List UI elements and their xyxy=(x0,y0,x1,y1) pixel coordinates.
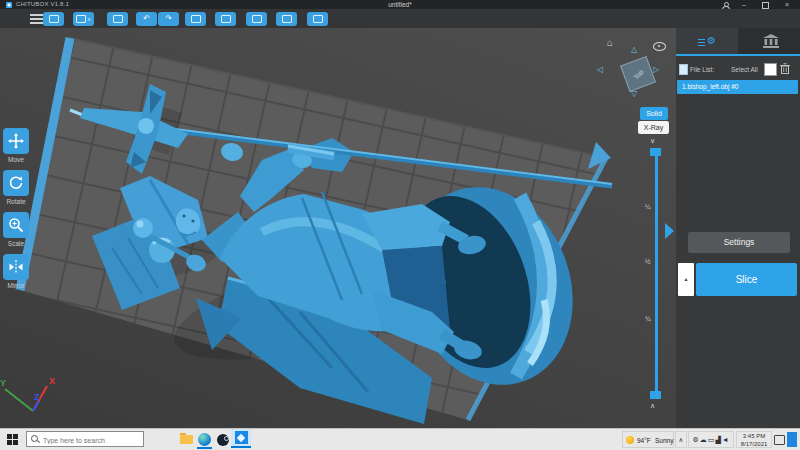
clock-time: 3:45 PM xyxy=(737,433,771,441)
show-desktop-tile[interactable] xyxy=(787,432,797,447)
eye-visibility-icon[interactable] xyxy=(653,42,666,51)
search-input[interactable] xyxy=(41,432,145,448)
resin-button[interactable] xyxy=(246,12,267,26)
slider-chevron-down-icon[interactable]: ∨ xyxy=(650,137,655,145)
view-right-arrow[interactable]: ▷ xyxy=(653,66,659,74)
render-mode-solid-button[interactable]: Solid xyxy=(640,107,668,120)
tray-hidden-icons-button[interactable]: ∧ xyxy=(675,431,687,448)
axes-gizmo: X Y Z xyxy=(0,370,70,426)
scale-tool-button[interactable] xyxy=(3,212,29,238)
select-all-checkbox[interactable] xyxy=(764,63,777,76)
layer-slider-bottom-handle[interactable] xyxy=(650,391,661,399)
file-list-header: File List: Select All xyxy=(676,64,800,78)
open-file-button[interactable] xyxy=(43,12,64,26)
axis-y-label: Y xyxy=(0,378,6,388)
taskbar-search[interactable] xyxy=(26,431,144,447)
rotate-tool-button[interactable] xyxy=(3,170,29,196)
scene-canvas[interactable] xyxy=(0,28,676,428)
support-icon xyxy=(221,15,231,23)
select-all-label: Select All xyxy=(731,66,758,73)
render-mode-xray-button[interactable]: X-Ray xyxy=(638,121,669,134)
lock-icon xyxy=(313,15,323,23)
redo-button[interactable]: ↷ xyxy=(158,12,179,26)
slider-mark-quarter: ¼ xyxy=(645,203,650,210)
save-chevron-icon: ∨ xyxy=(87,16,91,22)
edge-browser-icon[interactable] xyxy=(197,432,212,449)
move-tool-label: Move xyxy=(0,156,32,163)
scale-tool-label: Scale xyxy=(0,240,32,247)
steam-icon[interactable] xyxy=(215,432,230,447)
chitubox-taskbar-icon[interactable] xyxy=(231,429,251,448)
weather-widget[interactable]: 94°F Sunny xyxy=(622,431,674,448)
panel-tab-strip: ⚙ xyxy=(676,28,800,55)
sun-icon xyxy=(626,436,634,444)
title-bar: CHITUBOX V1.8.1 untitled* – × xyxy=(0,0,800,9)
auto-layout-button[interactable] xyxy=(107,12,128,26)
tab-print-settings[interactable]: ⚙ xyxy=(676,28,738,54)
windows-taskbar: 94°F Sunny ∧ ⚙☁▭▟◄ 3:45 PM 8/17/2021 xyxy=(0,428,800,450)
tab-support-settings[interactable] xyxy=(742,28,800,54)
save-button[interactable]: ∨ xyxy=(73,12,94,26)
list-icon xyxy=(698,37,705,45)
resin-icon xyxy=(252,15,262,23)
support-button[interactable] xyxy=(215,12,236,26)
main-toolbar: ∨ ↶ ↷ xyxy=(0,9,800,28)
lock-button[interactable] xyxy=(307,12,328,26)
scale-icon xyxy=(8,217,24,233)
mirror-icon xyxy=(8,259,24,275)
search-icon xyxy=(31,435,38,442)
slice-spinner[interactable]: ▴ xyxy=(678,263,694,296)
clock-date: 8/17/2021 xyxy=(737,441,771,449)
rotate-icon xyxy=(8,175,24,191)
panel-collapse-handle[interactable] xyxy=(665,223,674,239)
close-button[interactable]: × xyxy=(785,0,789,9)
user-account-icon[interactable] xyxy=(722,2,729,9)
mirror-tool-label: Mirror xyxy=(0,282,32,289)
redo-icon: ↷ xyxy=(165,12,172,26)
weather-temp: 94°F xyxy=(637,437,651,444)
weather-condition: Sunny xyxy=(655,437,673,444)
document-title: untitled* xyxy=(0,1,800,8)
taskbar-clock[interactable]: 3:45 PM 8/17/2021 xyxy=(736,431,772,448)
restore-button[interactable] xyxy=(762,2,769,9)
save-icon xyxy=(76,15,86,23)
view-left-arrow[interactable]: ◁ xyxy=(597,66,603,74)
move-icon xyxy=(8,133,24,149)
undo-button[interactable]: ↶ xyxy=(136,12,157,26)
move-tool-button[interactable] xyxy=(3,128,29,154)
tray-icons[interactable]: ⚙☁▭▟◄ xyxy=(688,431,734,448)
view-up-arrow[interactable]: △ xyxy=(631,46,637,54)
slice-button[interactable]: Slice xyxy=(696,263,797,296)
action-center-icon[interactable] xyxy=(774,435,785,445)
file-list-item[interactable]: 1.bishop_left.obj #0 xyxy=(677,80,798,94)
view-down-arrow[interactable]: ▽ xyxy=(631,90,637,98)
copy-icon xyxy=(191,15,201,23)
slider-chevron-up-icon[interactable]: ∧ xyxy=(650,402,655,410)
slider-mark-half: ½ xyxy=(645,258,650,265)
copy-button[interactable] xyxy=(185,12,206,26)
slider-mark-threequarter: ¾ xyxy=(645,315,650,322)
mirror-tool-button[interactable] xyxy=(3,254,29,280)
delete-trash-icon[interactable] xyxy=(780,63,790,74)
file-list-label: File List: xyxy=(690,66,714,73)
start-menu-button[interactable] xyxy=(7,434,18,445)
layer-slider-track[interactable] xyxy=(655,151,658,395)
file-doc-icon xyxy=(679,64,688,75)
gear-icon: ⚙ xyxy=(707,36,716,46)
open-icon xyxy=(49,15,59,23)
right-panel: ⚙ File List: Select All 1.bishop_left.ob… xyxy=(676,28,800,428)
settings-button[interactable]: Settings xyxy=(688,232,790,253)
pillar-icon xyxy=(762,34,780,48)
hollow-icon xyxy=(282,15,292,23)
auto-layout-icon xyxy=(113,15,123,23)
view-cube-label: Top xyxy=(632,68,644,80)
axis-x-label: X xyxy=(49,376,55,386)
axis-z-label: Z xyxy=(34,392,40,402)
minimize-button[interactable]: – xyxy=(742,0,746,9)
layer-slider-top-handle[interactable] xyxy=(650,148,661,156)
home-view-icon[interactable]: ⌂ xyxy=(607,38,613,48)
rotate-tool-label: Rotate xyxy=(0,198,32,205)
undo-icon: ↶ xyxy=(143,12,150,26)
file-explorer-icon[interactable] xyxy=(179,432,194,447)
hollow-button[interactable] xyxy=(276,12,297,26)
